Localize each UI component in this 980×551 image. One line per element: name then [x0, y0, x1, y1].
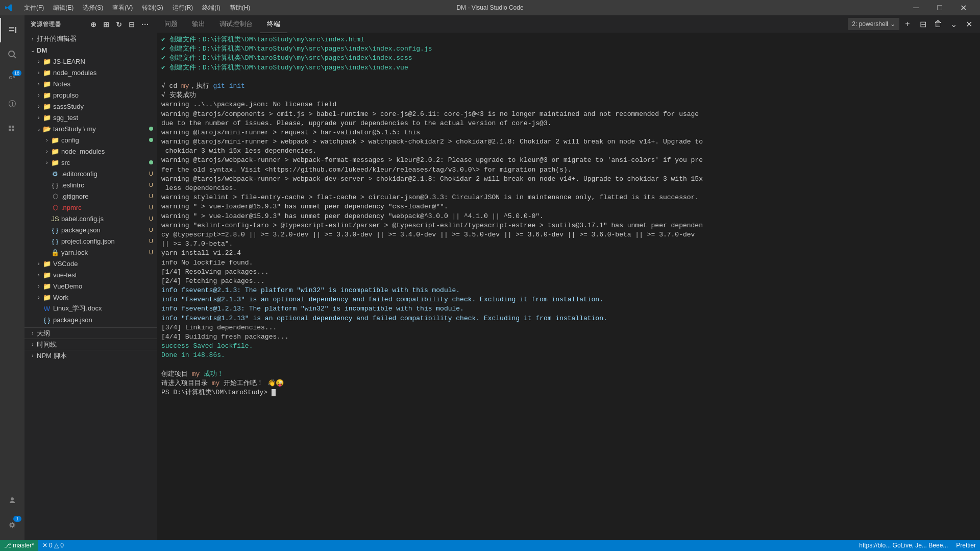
new-folder-button[interactable]: ⊞ [101, 19, 112, 30]
sidebar-item-project-config[interactable]: › { } project.config.json U [24, 235, 157, 247]
sidebar-item-node-modules[interactable]: › 📁 node_modules [24, 67, 157, 78]
terminal-blank-1 [161, 73, 976, 82]
sass-study-label: sassStudy [53, 103, 153, 110]
tab-output[interactable]: 输出 [185, 15, 212, 33]
sidebar-item-dagang[interactable]: › 大纲 [24, 327, 157, 339]
menu-help[interactable]: 帮助(H) [226, 3, 255, 13]
open-editors-section[interactable]: › 打开的编辑器 [24, 33, 157, 44]
git-branch-status[interactable]: ⎇ master* [0, 540, 38, 551]
sidebar-item-propulso[interactable]: › 📁 propulso [24, 89, 157, 101]
sidebar-item-babel-config[interactable]: › JS babel.config.js U [24, 213, 157, 224]
open-editors-chevron: › [29, 35, 37, 43]
tab-terminal[interactable]: 终端 [260, 15, 287, 33]
activity-account[interactable] [0, 488, 24, 513]
timeline-label: 时间线 [37, 340, 153, 349]
sidebar-item-sgg-test[interactable]: › 📁 sgg_test [24, 112, 157, 123]
sidebar-item-sass-study[interactable]: › 📁 sassStudy [24, 101, 157, 112]
sidebar-header: 资源管理器 ⊕ ⊞ ↻ ⊟ ··· [24, 15, 157, 33]
terminal-line-29: info fsevents@1.2.13: The platform "win3… [161, 304, 976, 314]
menu-edit[interactable]: 编辑(E) [49, 3, 78, 13]
sidebar-item-editorconfig[interactable]: › ⚙ .editorconfig U [24, 168, 157, 179]
new-file-button[interactable]: ⊕ [88, 19, 99, 30]
go-live-url-status[interactable]: https://blo... GoLive, Je... Beee... [855, 540, 952, 551]
activity-extensions[interactable] [0, 116, 24, 140]
folder-icon: 📁 [43, 271, 51, 279]
tab-debug-console[interactable]: 调试控制台 [212, 15, 260, 33]
menu-file[interactable]: 文件(F) [20, 3, 48, 13]
terminal-line-30: info "fsevents@1.2.13" is an optional de… [161, 314, 976, 323]
menu-view[interactable]: 查看(V) [108, 3, 137, 13]
sidebar-item-yarn-lock[interactable]: › 🔒 yarn.lock U [24, 247, 157, 258]
activity-bottom: 1 [0, 488, 24, 540]
sidebar-item-notes[interactable]: › 📁 Notes [24, 78, 157, 89]
menu-run[interactable]: 运行(R) [168, 3, 198, 13]
tab-problems[interactable]: 问题 [157, 15, 185, 33]
folder-icon: 📁 [43, 80, 51, 88]
sidebar-item-work[interactable]: › 📁 Work [24, 292, 157, 303]
activity-debug[interactable] [0, 91, 24, 116]
sidebar-item-src[interactable]: › 📁 src [24, 157, 157, 168]
config-dot [149, 138, 153, 142]
maximize-button[interactable]: □ [928, 0, 951, 15]
file-icon: { } [51, 237, 59, 245]
close-button[interactable]: ✕ [951, 0, 975, 15]
activity-settings[interactable]: 1 [0, 513, 24, 537]
sidebar-item-gitignore[interactable]: › ⬡ .gitignore U [24, 190, 157, 202]
terminal-dropdown[interactable]: 2: powershell ⌄ [848, 18, 899, 30]
sidebar-item-linux-doc[interactable]: › W Linux_学习.docx [24, 303, 157, 314]
menu-select[interactable]: 选择(S) [79, 3, 107, 13]
extensions-icon [8, 124, 16, 132]
activity-explorer[interactable] [0, 18, 24, 42]
sidebar-item-npmrc[interactable]: › ⬡ .npmrc U [24, 202, 157, 213]
terminal-line-34: Done in 148.86s. [161, 351, 976, 360]
close-panel-button[interactable]: ✕ [962, 17, 976, 31]
npm-scripts-label: NPM 脚本 [37, 351, 153, 361]
sidebar-item-vue-test[interactable]: › 📁 vue-test [24, 269, 157, 280]
refresh-button[interactable]: ↻ [114, 19, 125, 30]
debug-icon [8, 100, 16, 108]
sidebar-item-js-learn[interactable]: › 📁 JS-LEARN [24, 56, 157, 67]
errors-warnings-status[interactable]: ✕ 0 △ 0 [38, 540, 68, 551]
sidebar-title: 资源管理器 [31, 20, 61, 28]
eslintrc-badge: U [149, 182, 153, 188]
editorconfig-label: .editorconfig [61, 170, 147, 178]
menu-goto[interactable]: 转到(G) [138, 3, 167, 13]
activity-search[interactable] [0, 42, 24, 67]
folder-icon: 📁 [51, 147, 59, 155]
minimize-button[interactable]: ─ [904, 0, 928, 15]
folder-icon: 📁 [43, 102, 51, 110]
terminal-line-10: warning @tarojs/mini-runner > request > … [161, 128, 976, 137]
more-actions-button[interactable]: ··· [139, 19, 151, 30]
prettier-status[interactable]: Prettier [952, 540, 980, 551]
sidebar-item-taro-study[interactable]: ⌄ 📂 taroStudy \ my [24, 123, 157, 134]
terminal-content[interactable]: ✔ 创建文件：D:\计算机类\DM\taroStudy\my\src\index… [157, 33, 980, 540]
sidebar-item-node-modules-2[interactable]: › 📁 node_modules [24, 146, 157, 157]
search-icon [8, 51, 16, 59]
vscode-label: VSCode [53, 260, 153, 268]
node-modules-2-label: node_modules [61, 148, 153, 155]
terminal-line-5: √ cd my，执行 git init [161, 82, 976, 91]
terminal-line-16: less dependencies. [161, 184, 976, 193]
sidebar-item-eslintrc[interactable]: › { } .eslintrc U [24, 179, 157, 190]
activity-source-control[interactable]: 18 [0, 67, 24, 91]
sidebar-item-vscode[interactable]: › 📁 VSCode [24, 258, 157, 269]
vue-test-chevron: › [35, 271, 43, 279]
folder-icon: 📁 [43, 293, 51, 301]
more-terminal-button[interactable]: ⌄ [946, 17, 961, 31]
terminal-prompt: PS D:\计算机类\DM\taroStudy> [161, 388, 976, 397]
collapse-button[interactable]: ⊟ [127, 19, 137, 30]
new-terminal-button[interactable]: + [900, 17, 915, 31]
sidebar-item-npm-scripts[interactable]: › NPM 脚本 [24, 350, 157, 361]
sidebar-item-dm-root[interactable]: ⌄ DM [24, 44, 157, 56]
sidebar-item-config[interactable]: › 📁 config [24, 134, 157, 146]
sidebar-item-timeline[interactable]: › 时间线 [24, 339, 157, 350]
terminal-line-9: due to the number of issues. Please, upg… [161, 119, 976, 128]
split-terminal-button[interactable]: ⊟ [916, 17, 930, 31]
word-file-icon: W [43, 304, 51, 313]
sidebar-item-package-json[interactable]: › { } package.json U [24, 224, 157, 235]
sidebar-item-package-json-root[interactable]: › { } package.json [24, 314, 157, 325]
menu-terminal[interactable]: 终端(I) [198, 3, 224, 13]
terminal-line-28: info "fsevents@2.1.3" is an optional dep… [161, 295, 976, 304]
sidebar-item-vue-demo[interactable]: › 📁 VueDemo [24, 280, 157, 292]
trash-terminal-button[interactable]: 🗑 [931, 17, 945, 31]
